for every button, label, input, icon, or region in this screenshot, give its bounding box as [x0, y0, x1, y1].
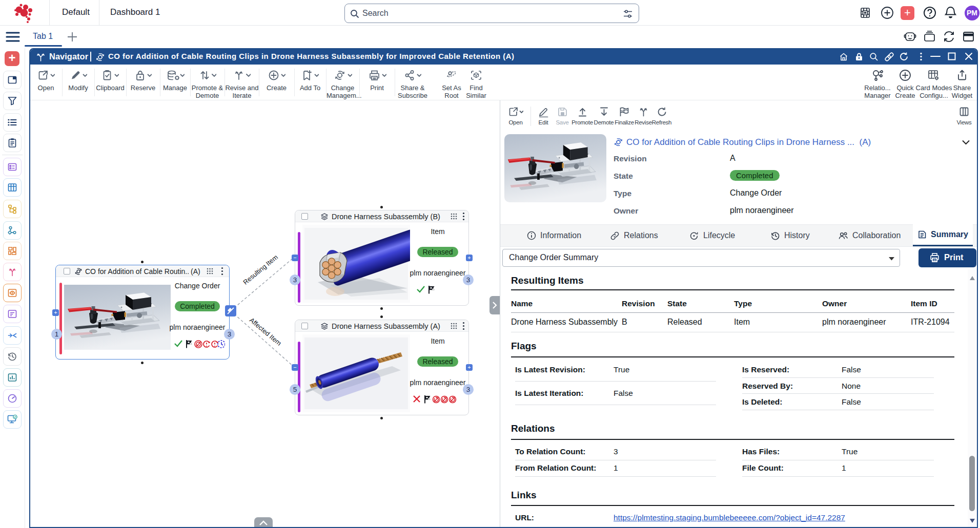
svg-text:Affected Item: Affected Item [248, 316, 283, 347]
svg-text:Resulting Item: Resulting Item [241, 253, 279, 286]
